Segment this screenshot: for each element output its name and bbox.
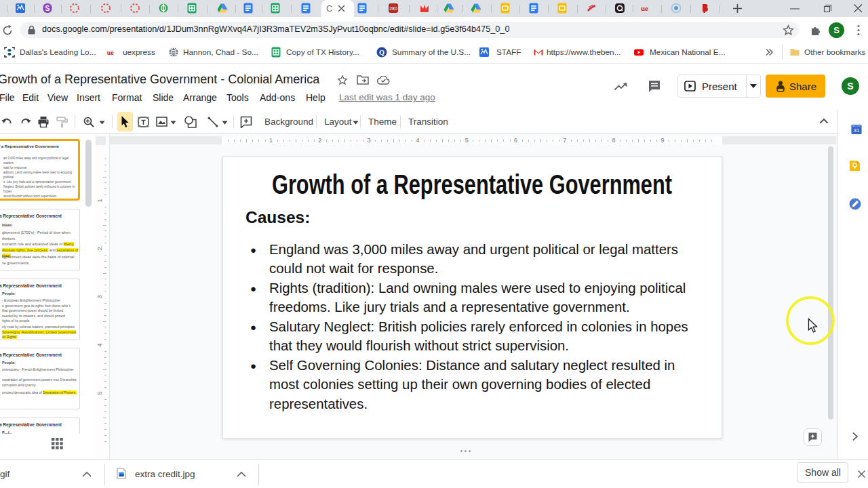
svg-text:31: 31: [854, 127, 860, 134]
svg-text:Q: Q: [379, 49, 384, 56]
